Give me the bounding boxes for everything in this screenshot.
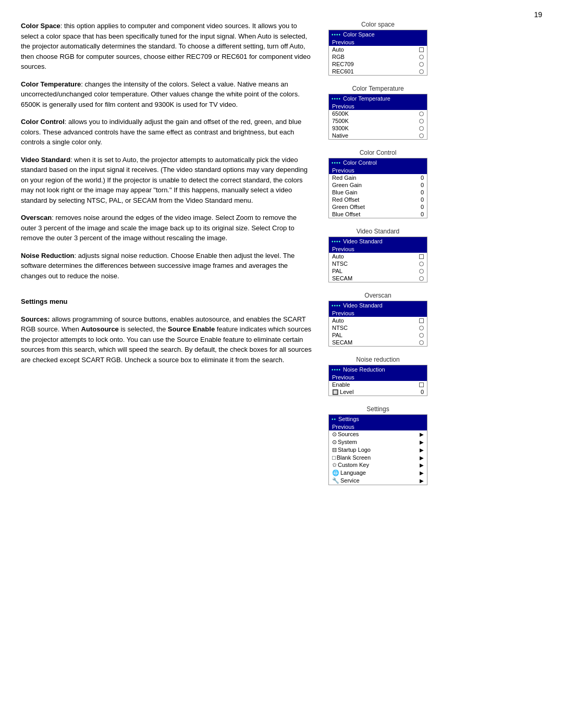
color-space-row-rec709[interactable]: REC709 [329, 60, 427, 68]
color-temp-row-6500k[interactable]: 6500K [329, 110, 427, 117]
color-temp-7500k-radio[interactable] [419, 119, 424, 124]
noise-reduction-row-level[interactable]: 🔲 Level 0 [329, 388, 427, 396]
noise-reduction-enable-label: Enable [332, 381, 419, 388]
settings-system-label: ⊙System [332, 439, 420, 446]
color-control-blueoffset-label: Blue Offset [332, 211, 421, 217]
content-wrapper: Color Space: this option applies to comp… [21, 21, 542, 495]
color-control-greengain-label: Green Gain [332, 182, 421, 188]
video-standard-header: •••• Video Standard [329, 237, 427, 245]
noise-reduction-previous-label: Previous [332, 374, 424, 380]
color-control-bluegain-label: Blue Gain [332, 189, 421, 195]
color-temp-header: •••• Color Temperature [329, 94, 427, 103]
color-space-row-previous[interactable]: Previous [329, 39, 427, 46]
settings-row-sources[interactable]: ⊙Sources ▶ [329, 430, 427, 438]
video-standard-pal-radio[interactable] [419, 269, 424, 274]
color-temp-row-9300k[interactable]: 9300K [329, 125, 427, 132]
color-temp-native-radio[interactable] [419, 133, 424, 138]
color-temp-9300k-label: 9300K [332, 125, 419, 131]
settings-row-custom[interactable]: ✩Custom Key ▶ [329, 461, 427, 469]
noise-reduction-row-enable[interactable]: Enable [329, 381, 427, 388]
color-control-header-text: Color Control [343, 159, 377, 166]
color-space-rgb-label: RGB [332, 54, 419, 60]
overscan-secam-radio[interactable] [419, 340, 424, 345]
color-temp-native-label: Native [332, 132, 419, 139]
video-standard-row-secam[interactable]: SECAM [329, 275, 427, 282]
color-space-row-rgb[interactable]: RGB [329, 53, 427, 60]
settings-previous-label: Previous [332, 424, 424, 430]
noise-reduction-row-previous[interactable]: Previous [329, 374, 427, 381]
color-temp-row-previous[interactable]: Previous [329, 103, 427, 110]
color-space-rec601-radio[interactable] [419, 69, 424, 74]
color-temp-menu: •••• Color Temperature Previous 6500K 75… [328, 94, 427, 140]
settings-row-previous[interactable]: Previous [329, 423, 427, 430]
overscan-row-pal[interactable]: PAL [329, 331, 427, 339]
video-standard-row-auto[interactable]: Auto [329, 253, 427, 260]
video-standard-row-pal[interactable]: PAL [329, 267, 427, 275]
settings-menu-header: •• Settings [329, 415, 427, 423]
video-standard-row-ntsc[interactable]: NTSC [329, 260, 427, 267]
color-control-row-greenoffset[interactable]: Green Offset 0 [329, 203, 427, 211]
overscan-pal-radio[interactable] [419, 333, 424, 338]
color-space-rec709-label: REC709 [332, 61, 419, 67]
color-temp-dots: •••• [332, 96, 341, 102]
overscan-row-ntsc[interactable]: NTSC [329, 324, 427, 331]
color-space-rgb-radio[interactable] [419, 55, 424, 59]
settings-row-language[interactable]: 🌐Language ▶ [329, 469, 427, 477]
color-space-row-auto[interactable]: Auto [329, 46, 427, 53]
video-standard-previous-label: Previous [332, 246, 424, 252]
startup-icon: ⊟ [332, 447, 337, 453]
left-column: Color Space: this option applies to comp… [21, 21, 313, 495]
color-space-rec709-radio[interactable] [419, 62, 424, 67]
color-control-row-redgain[interactable]: Red Gain 0 [329, 174, 427, 181]
noise-reduction-level-value: 0 [421, 389, 424, 395]
video-standard-ntsc-radio[interactable] [419, 262, 424, 266]
service-arrow-icon: ▶ [420, 478, 424, 484]
overscan-row-secam[interactable]: SECAM [329, 339, 427, 346]
color-control-row-previous[interactable]: Previous [329, 167, 427, 174]
language-icon: 🌐 [332, 470, 339, 476]
overscan-row-previous[interactable]: Previous [329, 310, 427, 317]
settings-row-system[interactable]: ⊙System ▶ [329, 438, 427, 446]
noise-reduction-header: •••• Noise Reduction [329, 365, 427, 374]
overscan-row-auto[interactable]: Auto [329, 317, 427, 324]
overscan-ntsc-label: NTSC [332, 325, 419, 331]
overscan-auto-label: Auto [332, 317, 419, 324]
color-temp-6500k-radio[interactable] [419, 112, 424, 116]
color-temp-row-7500k[interactable]: 7500K [329, 117, 427, 125]
noise-term: Noise Reduction [21, 252, 75, 260]
video-standard-label: Video Standard [328, 228, 427, 235]
color-space-auto-checkbox[interactable] [419, 47, 424, 52]
settings-startup-label: ⊟Startup Logo [332, 447, 420, 453]
noise-reduction-header-text: Noise Reduction [343, 366, 385, 373]
color-space-previous-label: Previous [332, 39, 424, 45]
noise-reduction-enable-checkbox[interactable] [419, 382, 424, 387]
sources-text2: is selected, the [120, 325, 167, 333]
video-standard-secam-radio[interactable] [419, 276, 424, 281]
settings-heading-text: Settings menu [21, 298, 68, 305]
color-space-paragraph: Color Space: this option applies to comp… [21, 21, 313, 72]
color-control-row-redoffset[interactable]: Red Offset 0 [329, 196, 427, 203]
color-temp-paragraph: Color Temperature: changes the intensity… [21, 79, 313, 110]
overscan-text: : removes noise around the edges of the … [21, 214, 297, 242]
settings-row-service[interactable]: 🔧Service ▶ [329, 477, 427, 485]
color-temp-7500k-label: 7500K [332, 118, 419, 124]
color-control-redgain-value: 0 [421, 175, 424, 181]
settings-row-blank[interactable]: □Blank Screen ▶ [329, 454, 427, 461]
color-control-row-blueoffset[interactable]: Blue Offset 0 [329, 211, 427, 218]
color-space-row-rec601[interactable]: REC601 [329, 68, 427, 75]
color-control-row-greengain[interactable]: Green Gain 0 [329, 181, 427, 189]
noise-paragraph: Noise Reduction: adjusts signal noise re… [21, 251, 313, 281]
color-temp-9300k-radio[interactable] [419, 126, 424, 131]
noise-reduction-widget: Noise reduction •••• Noise Reduction Pre… [328, 356, 427, 396]
color-space-menu: •••• Color Space Previous Auto RGB REC70… [328, 30, 427, 76]
overscan-ntsc-radio[interactable] [419, 326, 424, 330]
video-standard-menu: •••• Video Standard Previous Auto NTSC P… [328, 237, 427, 282]
video-standard-auto-checkbox[interactable] [419, 254, 424, 259]
overscan-previous-label: Previous [332, 310, 424, 316]
color-temp-row-native[interactable]: Native [329, 132, 427, 139]
color-control-row-bluegain[interactable]: Blue Gain 0 [329, 189, 427, 196]
overscan-auto-checkbox[interactable] [419, 318, 424, 323]
video-standard-row-previous[interactable]: Previous [329, 245, 427, 253]
settings-row-startup[interactable]: ⊟Startup Logo ▶ [329, 446, 427, 454]
video-standard-widget: Video Standard •••• Video Standard Previ… [328, 228, 427, 282]
